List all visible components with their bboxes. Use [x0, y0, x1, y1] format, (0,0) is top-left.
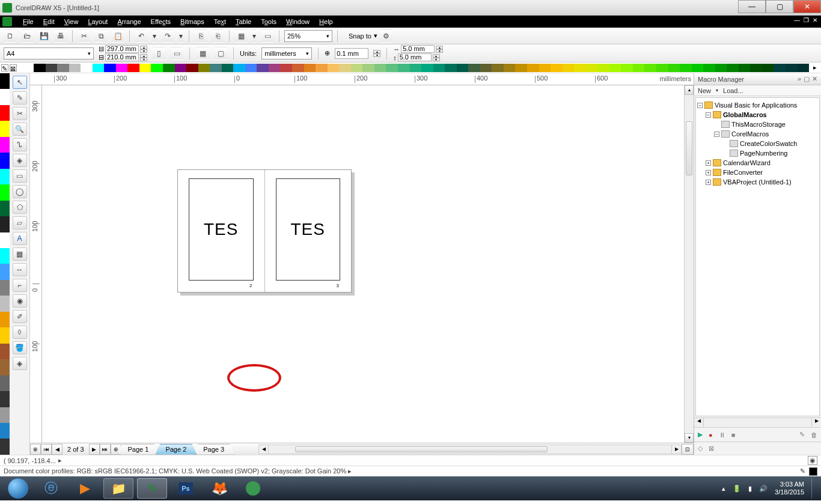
panel-maximize-icon[interactable]: ▢: [804, 75, 810, 83]
vertical-scrollbar[interactable]: ▴ ▾: [684, 85, 694, 443]
export-button[interactable]: ⎗: [211, 29, 224, 43]
portrait-button[interactable]: ▯: [152, 47, 165, 60]
scroll-right-button[interactable]: ▶: [671, 445, 681, 454]
doc-color-swatch[interactable]: [0, 248, 10, 264]
color-swatch[interactable]: [774, 64, 786, 72]
system-clock[interactable]: 3:03 AM 3/18/2015: [775, 481, 804, 496]
maximize-button[interactable]: ▢: [766, 0, 793, 13]
color-swatch[interactable]: [127, 64, 139, 72]
height-spinner[interactable]: ▴▾: [140, 54, 147, 61]
scroll-down-button[interactable]: ▾: [685, 433, 694, 443]
color-swatch[interactable]: [633, 64, 645, 72]
photoshop-taskbar-icon[interactable]: Ps: [171, 478, 201, 499]
scroll-thumb[interactable]: [686, 121, 692, 175]
color-swatch[interactable]: [410, 64, 422, 72]
color-swatch[interactable]: [539, 64, 551, 72]
rectangle-tool[interactable]: ▭: [13, 169, 27, 183]
menu-help[interactable]: Help: [314, 16, 338, 28]
all-pages-button[interactable]: ▦: [196, 47, 209, 60]
color-swatch[interactable]: [597, 64, 609, 72]
menu-view[interactable]: View: [60, 16, 84, 28]
color-swatch[interactable]: [421, 64, 433, 72]
play-icon[interactable]: ▶: [698, 431, 703, 439]
color-swatch[interactable]: [515, 64, 527, 72]
prev-page-button[interactable]: ◀: [52, 444, 63, 455]
color-swatch[interactable]: [762, 64, 774, 72]
color-swatch[interactable]: [222, 64, 234, 72]
menu-edit[interactable]: Edit: [38, 16, 60, 28]
eyedropper-tool[interactable]: ✐: [13, 310, 27, 323]
expand-icon[interactable]: +: [706, 180, 711, 185]
doc-color-swatch[interactable]: [0, 344, 10, 359]
color-swatch[interactable]: [139, 64, 151, 72]
freehand-tool[interactable]: ᔐ: [13, 138, 27, 151]
horizontal-scrollbar[interactable]: ◀ ▶: [258, 445, 682, 454]
interactive-blend-tool[interactable]: ◉: [13, 294, 27, 308]
color-swatch[interactable]: [292, 64, 304, 72]
doc-restore-button[interactable]: ❐: [804, 17, 809, 23]
app-taskbar-icon[interactable]: [238, 478, 268, 499]
color-swatch[interactable]: [339, 64, 351, 72]
palette-more-icon[interactable]: ▸: [809, 64, 821, 71]
pick-tool[interactable]: ↖: [13, 76, 27, 89]
paper-size-combo[interactable]: A4▾: [4, 47, 94, 59]
doc-color-swatch[interactable]: [0, 264, 10, 279]
add-page-before-button[interactable]: ⊕: [30, 444, 41, 455]
panel-close-icon[interactable]: ✕: [812, 75, 817, 83]
load-button[interactable]: Load...: [723, 87, 743, 94]
doc-minimize-button[interactable]: —: [794, 17, 800, 23]
doc-color-swatch[interactable]: [0, 105, 10, 121]
color-swatch[interactable]: [574, 64, 586, 72]
color-swatch[interactable]: [457, 64, 469, 72]
doc-color-swatch[interactable]: [0, 327, 10, 343]
cut-button[interactable]: ✂: [78, 29, 91, 43]
dup-x-spinner[interactable]: ▴▾: [436, 46, 443, 53]
redo-dropdown[interactable]: ▾: [178, 29, 184, 43]
color-swatch[interactable]: [280, 64, 292, 72]
color-swatch[interactable]: [69, 64, 81, 72]
color-swatch[interactable]: [692, 64, 704, 72]
doc-color-swatch[interactable]: [0, 89, 10, 105]
color-swatch[interactable]: [398, 64, 410, 72]
tree-this-storage[interactable]: ThisMacroStorage: [731, 120, 786, 129]
color-swatch[interactable]: [703, 64, 715, 72]
expand-icon[interactable]: −: [714, 132, 719, 137]
doc-color-swatch[interactable]: [0, 137, 10, 153]
start-button[interactable]: [4, 478, 32, 499]
show-desktop-button[interactable]: [811, 478, 816, 499]
table-tool[interactable]: ▦: [13, 247, 27, 261]
doc-close-button[interactable]: ✕: [813, 17, 817, 23]
color-swatch[interactable]: [198, 64, 210, 72]
save-button[interactable]: 💾: [37, 29, 50, 43]
color-proof-icon[interactable]: ◉: [808, 456, 817, 465]
new-dropdown[interactable]: New: [698, 87, 711, 94]
color-swatch[interactable]: [57, 64, 69, 72]
shape-tool[interactable]: ✎: [13, 91, 27, 105]
smart-fill-tool[interactable]: ◈: [13, 154, 27, 167]
panel-header[interactable]: Macro Manager » ▢ ✕: [694, 73, 821, 85]
color-swatch[interactable]: [563, 64, 575, 72]
color-swatch[interactable]: [186, 64, 198, 72]
doc-color-swatch[interactable]: [0, 391, 10, 407]
minimize-button[interactable]: —: [738, 0, 766, 13]
units-combo[interactable]: millimeters▾: [261, 47, 312, 59]
fill-color-swatch[interactable]: [809, 467, 817, 476]
new-button[interactable]: 🗋: [4, 29, 17, 43]
color-swatch[interactable]: [81, 64, 93, 72]
color-swatch[interactable]: [468, 64, 480, 72]
last-page-button[interactable]: ⏭: [100, 444, 111, 455]
tree-global-macros[interactable]: GlobalMacros: [723, 110, 767, 120]
color-swatch[interactable]: [245, 64, 257, 72]
color-swatch[interactable]: [727, 64, 739, 72]
next-page-button[interactable]: ▶: [89, 444, 100, 455]
ellipse-tool[interactable]: ◯: [13, 185, 27, 198]
scroll-right-icon[interactable]: ▶: [811, 418, 821, 427]
edit-icon[interactable]: ✎: [799, 431, 805, 439]
color-swatch[interactable]: [257, 64, 269, 72]
page-tab-2[interactable]: Page 2: [155, 444, 197, 455]
delete-icon[interactable]: 🗑: [811, 431, 817, 439]
color-swatch[interactable]: [586, 64, 598, 72]
zoom-tool[interactable]: 🔍: [13, 123, 27, 136]
tree-corel-macros[interactable]: CorelMacros: [731, 129, 769, 139]
vertical-ruler[interactable]: millimeters 3002001000100: [30, 85, 42, 443]
